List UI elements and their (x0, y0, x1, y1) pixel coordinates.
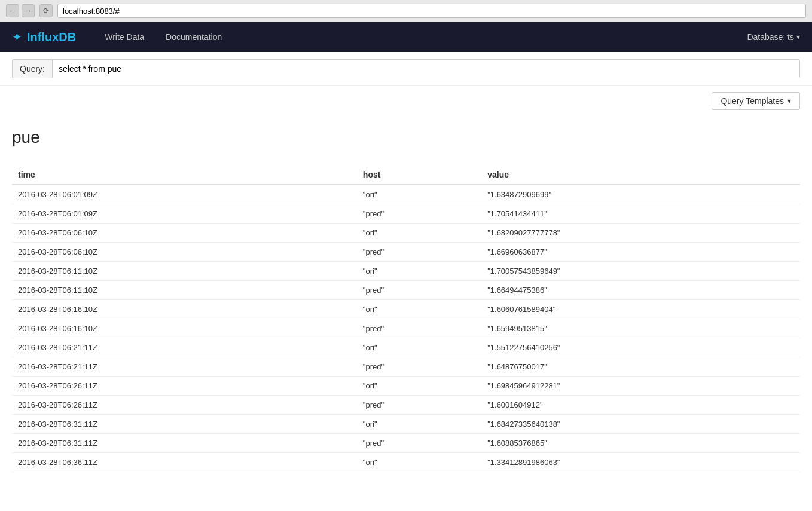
measurement-title: pue (12, 116, 800, 153)
cell-time: 2016-03-28T06:01:09Z (12, 185, 357, 204)
query-label: Query: (12, 59, 52, 78)
table-row: 2016-03-28T06:16:10Z"ori""1.606076158940… (12, 300, 800, 319)
table-row: 2016-03-28T06:31:11Z"ori""1.684273356401… (12, 415, 800, 434)
app-header: ✦ InfluxDB Write Data Documentation Data… (0, 22, 812, 52)
table-row: 2016-03-28T06:21:11Z"ori""1.551227564102… (12, 338, 800, 357)
browser-chrome: ← → ⟳ (0, 0, 812, 22)
db-selector[interactable]: Database: ts (747, 32, 800, 42)
table-row: 2016-03-28T06:06:10Z"ori""1.682090277777… (12, 224, 800, 243)
cell-value: "1.65949513815" (481, 319, 800, 338)
cell-time: 2016-03-28T06:36:11Z (12, 453, 357, 472)
table-row: 2016-03-28T06:01:09Z"ori""1.634872909699… (12, 185, 800, 204)
table-row: 2016-03-28T06:06:10Z"pred""1.66960636877… (12, 243, 800, 262)
cell-time: 2016-03-28T06:31:11Z (12, 434, 357, 453)
cell-value: "1.66960636877" (481, 243, 800, 262)
cell-time: 2016-03-28T06:16:10Z (12, 300, 357, 319)
cell-time: 2016-03-28T06:21:11Z (12, 338, 357, 357)
table-row: 2016-03-28T06:01:09Z"pred""1.70541434411… (12, 204, 800, 224)
cell-host: "pred" (357, 396, 481, 415)
cell-value: "1.60885376865" (481, 434, 800, 453)
cell-host: "ori" (357, 224, 481, 243)
cell-host: "ori" (357, 300, 481, 319)
query-input[interactable] (52, 59, 800, 78)
cell-time: 2016-03-28T06:06:10Z (12, 243, 357, 262)
col-header-time: time (12, 165, 357, 185)
cell-time: 2016-03-28T06:11:10Z (12, 281, 357, 300)
table-row: 2016-03-28T06:36:11Z"ori""1.334128919860… (12, 453, 800, 472)
cell-time: 2016-03-28T06:21:11Z (12, 357, 357, 377)
cell-time: 2016-03-28T06:11:10Z (12, 262, 357, 281)
cell-time: 2016-03-28T06:26:11Z (12, 396, 357, 415)
cell-host: "pred" (357, 204, 481, 224)
cell-host: "ori" (357, 415, 481, 434)
nav-write-data[interactable]: Write Data (94, 22, 155, 52)
cell-host: "ori" (357, 377, 481, 396)
query-templates-button[interactable]: Query Templates (712, 92, 800, 110)
query-templates-area: Query Templates (0, 86, 812, 116)
cell-host: "pred" (357, 281, 481, 300)
cell-value: "1.33412891986063" (481, 453, 800, 472)
address-bar[interactable] (57, 4, 806, 18)
table-row: 2016-03-28T06:26:11Z"pred""1.6001604912" (12, 396, 800, 415)
cell-value: "1.66494475386" (481, 281, 800, 300)
table-header: time host value (12, 165, 800, 185)
cell-value: "1.634872909699" (481, 185, 800, 204)
back-button[interactable]: ← (6, 4, 19, 17)
results-section: pue time host value 2016-03-28T06:01:09Z… (0, 116, 812, 484)
table-row: 2016-03-28T06:31:11Z"pred""1.60885376865… (12, 434, 800, 453)
refresh-button[interactable]: ⟳ (39, 4, 53, 17)
cell-time: 2016-03-28T06:16:10Z (12, 319, 357, 338)
cell-host: "ori" (357, 185, 481, 204)
logo-icon: ✦ (12, 30, 22, 44)
table-row: 2016-03-28T06:26:11Z"ori""1.698459649122… (12, 377, 800, 396)
cell-value: "1.6001604912" (481, 396, 800, 415)
table-row: 2016-03-28T06:16:10Z"pred""1.65949513815… (12, 319, 800, 338)
cell-host: "pred" (357, 434, 481, 453)
cell-host: "pred" (357, 357, 481, 377)
cell-value: "1.70057543859649" (481, 262, 800, 281)
logo-text: InfluxDB (27, 30, 76, 44)
cell-time: 2016-03-28T06:01:09Z (12, 204, 357, 224)
data-table: time host value 2016-03-28T06:01:09Z"ori… (12, 165, 800, 472)
cell-value: "1.69845964912281" (481, 377, 800, 396)
cell-time: 2016-03-28T06:06:10Z (12, 224, 357, 243)
cell-value: "1.6060761589404" (481, 300, 800, 319)
table-row: 2016-03-28T06:11:10Z"pred""1.66494475386… (12, 281, 800, 300)
cell-host: "pred" (357, 319, 481, 338)
logo: ✦ InfluxDB (12, 30, 76, 44)
cell-value: "1.68427335640138" (481, 415, 800, 434)
cell-host: "pred" (357, 243, 481, 262)
cell-host: "ori" (357, 262, 481, 281)
nav-documentation[interactable]: Documentation (155, 22, 233, 52)
cell-value: "1.64876750017" (481, 357, 800, 377)
cell-value: "1.68209027777778" (481, 224, 800, 243)
cell-time: 2016-03-28T06:31:11Z (12, 415, 357, 434)
main-nav: Write Data Documentation (94, 22, 747, 52)
cell-time: 2016-03-28T06:26:11Z (12, 377, 357, 396)
cell-host: "ori" (357, 338, 481, 357)
query-bar: Query: (0, 52, 812, 86)
table-row: 2016-03-28T06:11:10Z"ori""1.700575438596… (12, 262, 800, 281)
table-body: 2016-03-28T06:01:09Z"ori""1.634872909699… (12, 185, 800, 472)
cell-value: "1.55122756410256" (481, 338, 800, 357)
col-header-value: value (481, 165, 800, 185)
col-header-host: host (357, 165, 481, 185)
forward-button[interactable]: → (22, 4, 35, 17)
cell-host: "ori" (357, 453, 481, 472)
cell-value: "1.70541434411" (481, 204, 800, 224)
table-row: 2016-03-28T06:21:11Z"pred""1.64876750017… (12, 357, 800, 377)
